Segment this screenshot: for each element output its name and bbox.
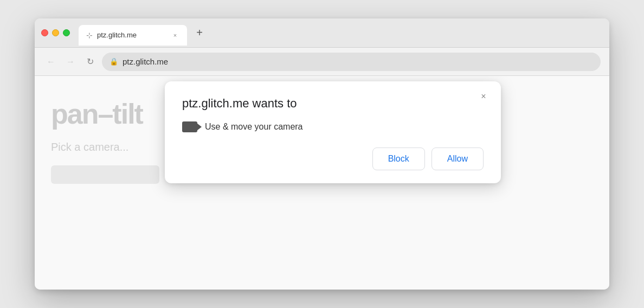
close-button[interactable] bbox=[41, 29, 48, 36]
page-bg-input bbox=[51, 165, 159, 184]
permission-dialog: × ptz.glitch.me wants to Use & move your… bbox=[165, 81, 501, 183]
address-text: ptz.glitch.me bbox=[123, 57, 168, 66]
tab-close-button[interactable]: × bbox=[171, 31, 179, 40]
active-tab[interactable]: ⊹ ptz.glitch.me × bbox=[79, 25, 187, 46]
reload-button[interactable]: ↻ bbox=[82, 54, 98, 69]
browser-window: ⊹ ptz.glitch.me × + ← → ↻ 🔒 ptz.glitch.m… bbox=[35, 18, 609, 290]
back-button[interactable]: ← bbox=[43, 54, 59, 69]
maximize-button[interactable] bbox=[63, 29, 70, 36]
title-bar: ⊹ ptz.glitch.me × + bbox=[35, 18, 609, 48]
nav-bar: ← → ↻ 🔒 ptz.glitch.me bbox=[35, 48, 609, 76]
dialog-close-button[interactable]: × bbox=[477, 90, 490, 103]
new-tab-button[interactable]: + bbox=[191, 25, 208, 41]
permission-text: Use & move your camera bbox=[205, 122, 303, 132]
traffic-lights bbox=[41, 29, 70, 36]
block-button[interactable]: Block bbox=[372, 147, 425, 170]
lock-icon: 🔒 bbox=[110, 57, 118, 66]
tab-drag-icon: ⊹ bbox=[86, 31, 93, 40]
permission-row: Use & move your camera bbox=[182, 121, 484, 132]
minimize-button[interactable] bbox=[52, 29, 59, 36]
page-bg-heading: pan–tilt bbox=[51, 98, 143, 130]
forward-button[interactable]: → bbox=[63, 54, 78, 69]
dialog-title: ptz.glitch.me wants to bbox=[182, 97, 484, 111]
allow-button[interactable]: Allow bbox=[432, 147, 484, 170]
tab-title: ptz.glitch.me bbox=[97, 31, 166, 39]
address-bar[interactable]: 🔒 ptz.glitch.me bbox=[102, 53, 601, 71]
page-content: pan–tilt Pick a camera... × ptz.glitch.m… bbox=[35, 76, 609, 290]
dialog-actions: Block Allow bbox=[182, 147, 484, 170]
camera-icon bbox=[182, 121, 197, 132]
page-bg-subtext: Pick a camera... bbox=[51, 141, 128, 153]
